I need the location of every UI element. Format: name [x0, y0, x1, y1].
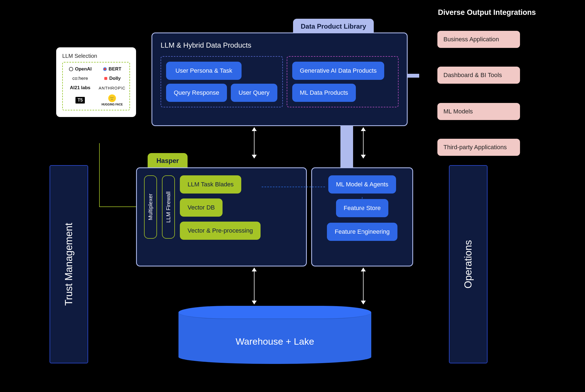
llm-logo-grid: OpenAI BERT co:here Dolly AI21 labs ANTH… — [62, 62, 130, 110]
user-persona-chip: User Persona & Task — [166, 62, 242, 80]
integ-dashboard-bi: Dashboard & BI Tools — [437, 67, 520, 84]
arrow-library-ml — [363, 130, 364, 155]
svg-rect-3 — [104, 77, 107, 80]
llm-selection-card: LLM Selection OpenAI BERT co:here Dolly … — [56, 47, 136, 117]
ai21-logo: AI21 labs — [70, 85, 91, 91]
trust-management-label: Trust Management — [63, 223, 75, 306]
llm-firewall-chip: LLM Firewall — [162, 175, 175, 239]
ml-products-chip: ML Data Products — [292, 84, 356, 102]
operations-pillar: Operations — [449, 165, 488, 363]
library-connector-vertical — [340, 126, 353, 172]
multiplexer-chip: Multiplexer — [144, 175, 157, 239]
warehouse-cylinder: Warehouse + Lake — [178, 306, 371, 364]
library-panel: LLM & Hybrid Data Products User Persona … — [151, 32, 408, 126]
dashed-hasper-ml-link — [262, 187, 325, 187]
arrow-ml-warehouse — [363, 271, 364, 301]
ml-model-agents-chip: ML Model & Agents — [328, 175, 396, 194]
warehouse-label: Warehouse + Lake — [178, 336, 371, 347]
library-left-group: User Persona & Task Query Response User … — [161, 56, 283, 107]
integrations-title: Diverse Output Integrations — [438, 8, 536, 17]
integ-ml-models: ML Models — [437, 103, 520, 120]
gen-ai-products-chip: Generative AI Data Products — [292, 62, 384, 80]
arrow-hasper-warehouse — [254, 271, 254, 301]
cohere-logo: co:here — [72, 76, 88, 81]
llm-task-blades-chip: LLM Task Blades — [180, 175, 241, 194]
integ-trunk — [419, 38, 420, 146]
openai-logo: OpenAI — [69, 66, 91, 72]
vector-db-chip: Vector DB — [180, 198, 223, 217]
hasper-panel: Multiplexer LLM Firewall LLM Task Blades… — [136, 167, 307, 266]
query-response-chip: Query Response — [166, 84, 227, 102]
trust-management-pillar: Trust Management — [50, 165, 88, 363]
integ-line-0 — [419, 38, 437, 39]
t5-logo: T5 — [75, 97, 85, 104]
vector-preprocessing-chip: Vector & Pre-processing — [180, 222, 261, 240]
integ-line-1 — [419, 74, 437, 74]
huggingface-logo: 🙂 HUGGING FACE — [101, 94, 123, 106]
bert-logo: BERT — [103, 66, 121, 72]
integ-line-3 — [419, 146, 437, 146]
library-panel-title: LLM & Hybrid Data Products — [161, 41, 399, 50]
svg-point-0 — [69, 67, 73, 71]
arrow-library-hasper — [254, 130, 254, 155]
user-query-chip: User Query — [231, 84, 277, 102]
data-product-library-tab: Data Product Library — [293, 19, 374, 34]
library-right-group: Generative AI Data Products ML Data Prod… — [287, 56, 399, 107]
dashed-ml-vert-2 — [362, 225, 362, 236]
library-connector-horizontal — [408, 74, 420, 78]
ml-panel: ML Model & Agents Feature Store Feature … — [311, 167, 413, 266]
integ-line-2 — [419, 110, 437, 111]
wire-llm-hasper-v — [99, 143, 100, 206]
anthropic-logo: ANTHROP\C — [99, 86, 125, 90]
dashed-ml-vert-1 — [362, 197, 362, 208]
operations-label: Operations — [462, 240, 474, 288]
svg-point-2 — [104, 68, 106, 70]
llm-selection-title: LLM Selection — [62, 53, 130, 59]
hasper-tab: Hasper — [148, 153, 188, 168]
integ-business-app: Business Application — [437, 31, 520, 48]
wire-llm-hasper-h — [99, 206, 136, 207]
integ-third-party: Third-party Applications — [437, 139, 520, 156]
dolly-logo: Dolly — [104, 76, 121, 81]
